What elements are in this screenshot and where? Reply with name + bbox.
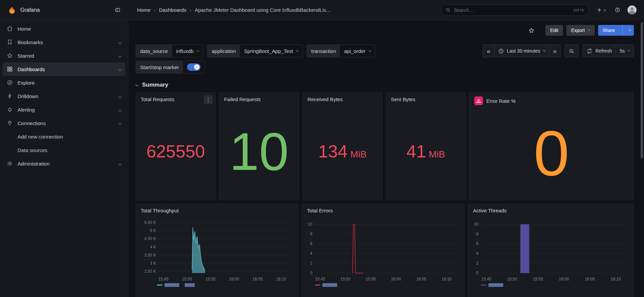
export-button[interactable]: Export: [566, 25, 594, 36]
refresh-interval-dropdown[interactable]: 5s: [616, 44, 634, 57]
plug-icon: [7, 120, 13, 126]
chevron-down-icon[interactable]: [119, 66, 121, 72]
variable-value: influxdb: [176, 48, 194, 54]
favorite-star-icon[interactable]: [526, 25, 537, 36]
svg-text:15:50: 15:50: [507, 277, 517, 281]
sidebar-item-alerting[interactable]: Alerting: [3, 103, 125, 116]
legend-clipped: [315, 283, 464, 290]
svg-text:10: 10: [308, 222, 313, 227]
zoom-out-time-icon[interactable]: [565, 44, 579, 57]
plus-icon: [596, 7, 602, 13]
svg-text:8: 8: [476, 232, 479, 236]
refresh-button[interactable]: Refresh: [583, 44, 616, 57]
chevron-down-icon[interactable]: [119, 53, 121, 59]
new-button[interactable]: [595, 5, 607, 16]
toggle-knob: ✓: [194, 64, 199, 70]
sidebar-item-home[interactable]: Home: [3, 22, 125, 35]
sidebar-item-label: Connections: [18, 120, 46, 126]
panel-title: Failed Requests: [224, 96, 261, 102]
scrollbar[interactable]: [641, 22, 643, 158]
variable-data-source[interactable]: data_source influxdb: [136, 44, 203, 57]
chevron-down-icon: [196, 49, 199, 52]
time-controls: « Last 30 minutes »: [483, 44, 634, 57]
breadcrumb-home[interactable]: Home: [137, 7, 151, 13]
sidebar-item-label: Home: [18, 26, 31, 32]
time-shift-forward-button[interactable]: »: [549, 44, 561, 57]
variable-value-dropdown[interactable]: api_order: [340, 45, 375, 57]
chevron-down-icon[interactable]: [119, 107, 121, 113]
panel-title: Active Threads: [473, 208, 507, 213]
svg-text:0: 0: [476, 271, 479, 275]
svg-text:15:45: 15:45: [481, 277, 491, 281]
breadcrumb: Home › Dashboards › Apache JMeter Dashbo…: [137, 7, 330, 13]
button-divider: [622, 25, 623, 36]
search-shortcut: ctrl+k: [573, 7, 584, 12]
sidebar-item-explore[interactable]: Explore: [3, 76, 125, 89]
panel-total-throughput: Total Throughput 5.50 K5 K4.50 K4 K3.50 …: [136, 204, 298, 297]
chevron-down-icon: [543, 49, 545, 51]
help-icon[interactable]: [612, 5, 623, 16]
alerting-state-icon[interactable]: [474, 96, 483, 105]
grafana-logo-icon[interactable]: [7, 6, 16, 14]
edit-button[interactable]: Edit: [545, 25, 563, 36]
svg-text:15:50: 15:50: [182, 277, 192, 281]
sidebar-item-starred[interactable]: Starred: [3, 49, 125, 62]
time-range-picker[interactable]: Last 30 minutes: [494, 44, 549, 57]
sidebar-item-connections[interactable]: Connections: [3, 116, 125, 130]
threads-chart-canvas[interactable]: 108642015:4515:5015:5516:0016:0516:10: [468, 214, 634, 280]
stat-unit: MiB: [350, 150, 367, 159]
stat-value: 41: [406, 143, 426, 160]
sidebar-item-dashboards[interactable]: Dashboards: [3, 62, 125, 76]
star-icon: [7, 53, 13, 59]
edit-label: Edit: [550, 28, 558, 33]
throughput-chart-canvas[interactable]: 5.50 K5 K4.50 K4 K3.50 K3 K2.50 K15:4515…: [136, 214, 298, 280]
svg-text:16:10: 16:10: [611, 277, 621, 281]
sidebar-item-drilldown[interactable]: Drilldown: [3, 89, 125, 103]
sidebar-item-administration[interactable]: Administration: [3, 157, 125, 170]
stat-value: 10: [230, 125, 289, 178]
variable-transaction[interactable]: transaction api_order: [307, 44, 375, 57]
refresh-icon: [587, 48, 592, 54]
share-button[interactable]: Share: [598, 25, 634, 36]
sidebar-item-label: Explore: [18, 80, 35, 86]
svg-text:4 K: 4 K: [150, 245, 156, 249]
panel-active-threads: Active Threads 108642015:4515:5015:5516:…: [468, 204, 634, 297]
variable-label: data_source: [136, 45, 172, 57]
share-menu-chevron[interactable]: [626, 25, 634, 36]
variable-value: SpringBoot_App_Test: [244, 48, 293, 54]
panel-title: Total Errors: [307, 208, 333, 213]
variable-application[interactable]: application SpringBoot_App_Test: [207, 44, 303, 57]
sidebar-item-label: Administration: [18, 161, 50, 167]
variable-value-dropdown[interactable]: influxdb: [172, 45, 203, 57]
chevron-up-icon[interactable]: [119, 120, 121, 126]
chevron-down-icon[interactable]: [119, 39, 121, 45]
user-avatar[interactable]: [627, 5, 637, 14]
chevron-down-icon: [369, 49, 371, 52]
svg-text:15:45: 15:45: [315, 277, 325, 281]
chevron-down-icon[interactable]: [119, 93, 121, 99]
section-collapse-chevron-icon[interactable]: [135, 83, 139, 86]
sidebar-item-label: Drilldown: [18, 93, 38, 99]
svg-text:5 K: 5 K: [150, 228, 156, 233]
chevron-down-icon: [296, 49, 299, 52]
home-icon: [7, 26, 13, 32]
errors-chart-canvas[interactable]: 108642015:4515:5015:5516:0016:0516:10: [302, 214, 464, 280]
variable-value-dropdown[interactable]: SpringBoot_App_Test: [240, 45, 302, 57]
search-input[interactable]: Search... ctrl+k: [440, 4, 589, 16]
sidebar-item-bookmarks[interactable]: Bookmarks: [3, 35, 125, 49]
start-stop-marker-toggle[interactable]: ✓: [187, 63, 200, 71]
breadcrumb-dashboards[interactable]: Dashboards: [159, 7, 186, 13]
nav-left: Grafana: [0, 5, 128, 16]
chart-panels-row: Total Throughput 5.50 K5 K4.50 K4 K3.50 …: [136, 204, 634, 297]
chevron-down-icon[interactable]: [119, 161, 121, 167]
svg-text:16:10: 16:10: [441, 277, 452, 281]
svg-text:16:00: 16:00: [559, 277, 569, 281]
sidebar-item-data-sources[interactable]: Data sources: [3, 143, 125, 157]
time-shift-back-button[interactable]: «: [483, 44, 494, 57]
panel-menu-kebab-icon[interactable]: ⋮: [204, 95, 213, 104]
sidebar-item-add-new-connection[interactable]: Add new connection: [3, 130, 125, 143]
export-label: Export: [571, 28, 585, 33]
marker-toggle-label: Start/stop marker: [136, 61, 183, 73]
start-stop-marker-control: Start/stop marker ✓: [136, 61, 205, 73]
sidebar-toggle-icon[interactable]: [112, 5, 123, 16]
